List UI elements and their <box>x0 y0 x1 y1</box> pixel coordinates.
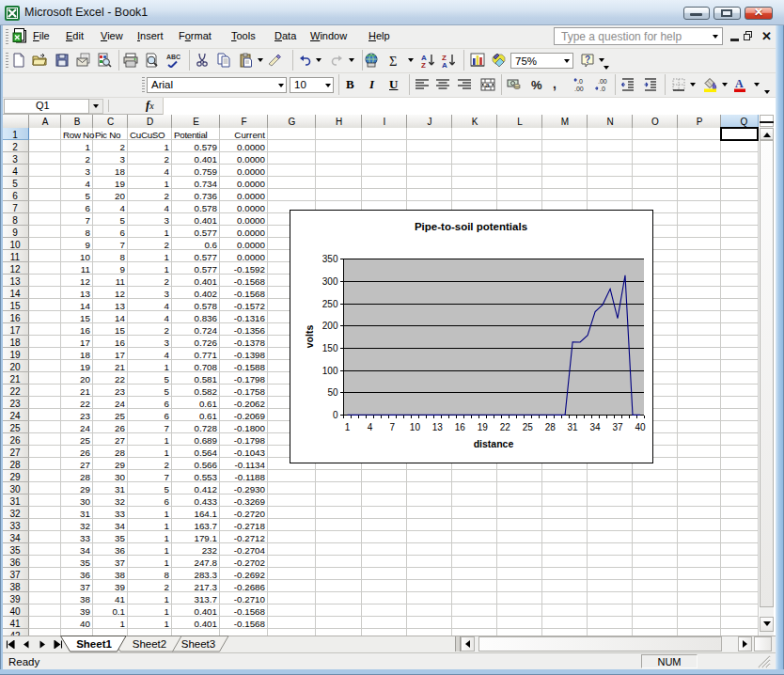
svg-text:22: 22 <box>500 422 511 432</box>
svg-text:19: 19 <box>478 422 489 432</box>
svg-text:350: 350 <box>322 254 338 264</box>
svg-text:Sheet1: Sheet1 <box>76 638 112 650</box>
svg-text:150: 150 <box>322 343 338 353</box>
svg-text:?: ? <box>585 55 590 65</box>
svg-text:25: 25 <box>523 422 534 432</box>
svg-text:Sheet2: Sheet2 <box>133 638 166 650</box>
svg-text:.00: .00 <box>598 78 607 85</box>
svg-text:50: 50 <box>327 387 338 398</box>
svg-text:1: 1 <box>345 422 351 432</box>
svg-text:37: 37 <box>612 422 623 432</box>
svg-text:.00: .00 <box>574 86 584 92</box>
svg-text:%: % <box>531 78 542 92</box>
svg-text:a: a <box>485 81 490 89</box>
svg-text:volts: volts <box>304 325 315 349</box>
svg-text:13: 13 <box>432 422 444 432</box>
svg-text:300: 300 <box>322 276 338 287</box>
svg-text:Sheet3: Sheet3 <box>181 638 215 650</box>
svg-text:28: 28 <box>545 422 557 432</box>
svg-text:40: 40 <box>635 422 646 432</box>
svg-text:7: 7 <box>390 422 396 432</box>
svg-text:31: 31 <box>568 422 579 432</box>
svg-text:4: 4 <box>368 422 373 432</box>
svg-text:10: 10 <box>410 422 421 432</box>
svg-text:Pipe-to-soil potentials: Pipe-to-soil potentials <box>415 221 527 232</box>
svg-text:0: 0 <box>333 410 338 420</box>
svg-text:A: A <box>735 77 744 90</box>
svg-text:250: 250 <box>322 299 338 309</box>
svg-text:A: A <box>442 61 447 69</box>
svg-text:,: , <box>553 77 557 91</box>
svg-text:34: 34 <box>590 422 602 432</box>
svg-text:16: 16 <box>455 422 466 432</box>
svg-text:.0: .0 <box>577 78 583 85</box>
svg-text:Z: Z <box>421 61 426 69</box>
svg-text:100: 100 <box>322 366 338 376</box>
svg-text:ABC: ABC <box>166 54 180 60</box>
svg-text:distance: distance <box>474 438 514 449</box>
svg-text:.0: .0 <box>600 86 605 92</box>
svg-text:Σ: Σ <box>389 54 397 69</box>
svg-text:200: 200 <box>322 321 338 331</box>
